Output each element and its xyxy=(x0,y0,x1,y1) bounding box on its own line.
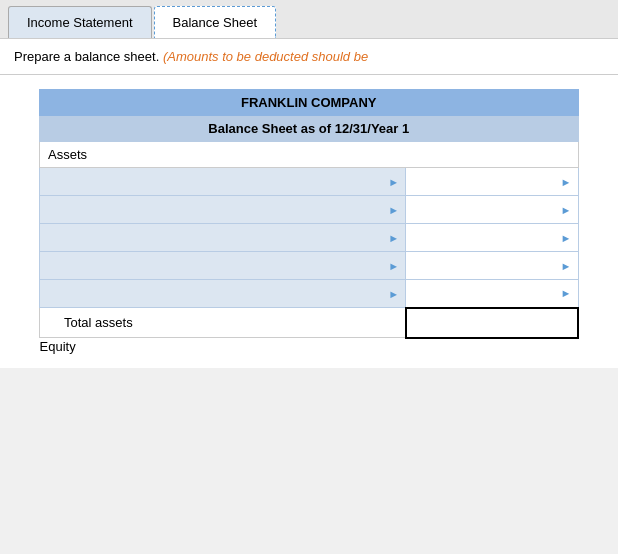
company-name-row: FRANKLIN COMPANY xyxy=(40,90,579,116)
data-right-4[interactable]: ► xyxy=(406,252,578,280)
data-left-5[interactable]: ► xyxy=(40,280,406,308)
instruction-prefix: Prepare a balance sheet. xyxy=(14,49,159,64)
table-row: ► ► xyxy=(40,280,579,308)
assets-label-row: Assets xyxy=(40,142,579,168)
data-left-4[interactable]: ► xyxy=(40,252,406,280)
table-title-cell: Balance Sheet as of 12/31/Year 1 xyxy=(40,116,579,142)
data-right-5[interactable]: ► xyxy=(406,280,578,308)
total-assets-label: Total assets xyxy=(40,308,406,338)
data-right-1[interactable]: ► xyxy=(406,168,578,196)
table-row: ► ► xyxy=(40,168,579,196)
balance-sheet-table: FRANKLIN COMPANY Balance Sheet as of 12/… xyxy=(39,89,579,354)
data-right-3[interactable]: ► xyxy=(406,224,578,252)
equity-label: Equity xyxy=(40,338,579,354)
table-row: ► ► xyxy=(40,196,579,224)
data-right-2[interactable]: ► xyxy=(406,196,578,224)
instruction-bar: Prepare a balance sheet. (Amounts to be … xyxy=(0,39,618,75)
assets-label: Assets xyxy=(40,142,579,168)
tabs-bar: Income Statement Balance Sheet xyxy=(0,0,618,39)
table-row: ► ► xyxy=(40,252,579,280)
table-title-row: Balance Sheet as of 12/31/Year 1 xyxy=(40,116,579,142)
data-left-3[interactable]: ► xyxy=(40,224,406,252)
instruction-highlight: (Amounts to be deducted should be xyxy=(163,49,368,64)
table-row: ► ► xyxy=(40,224,579,252)
content-area: FRANKLIN COMPANY Balance Sheet as of 12/… xyxy=(0,75,618,368)
company-name-cell: FRANKLIN COMPANY xyxy=(40,90,579,116)
tab-income-statement-label: Income Statement xyxy=(27,15,133,30)
tab-balance-sheet[interactable]: Balance Sheet xyxy=(154,6,277,38)
data-left-1[interactable]: ► xyxy=(40,168,406,196)
total-assets-row: Total assets xyxy=(40,308,579,338)
tab-income-statement[interactable]: Income Statement xyxy=(8,6,152,38)
equity-label-row: Equity xyxy=(40,338,579,354)
tab-balance-sheet-label: Balance Sheet xyxy=(173,15,258,30)
data-left-2[interactable]: ► xyxy=(40,196,406,224)
total-assets-value[interactable] xyxy=(406,308,578,338)
